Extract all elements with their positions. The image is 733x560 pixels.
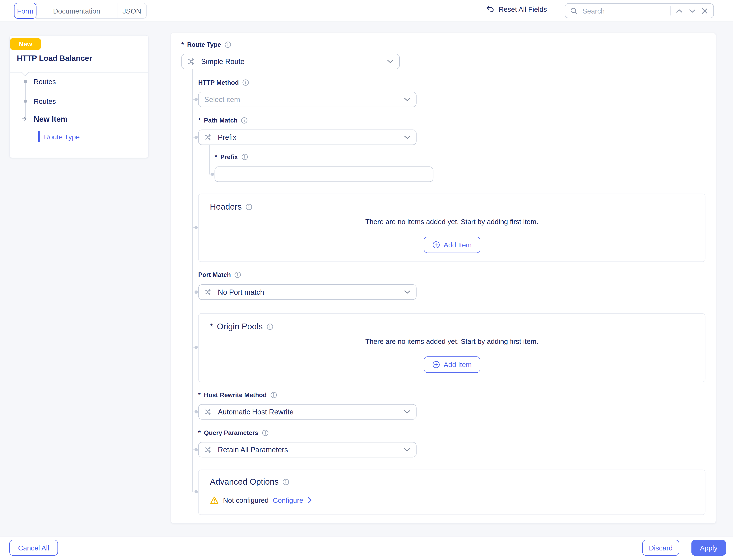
port-match-label-text: Port Match [198,271,231,278]
reset-all-fields-label: Reset All Fields [499,5,547,13]
prefix-label: * Prefix [215,153,248,160]
origin-pools-add-item-button[interactable]: Add Item [423,356,480,373]
search-input[interactable] [581,6,667,15]
route-type-label-text: Route Type [187,41,221,48]
page-title: HTTP Load Balancer [17,54,92,63]
chevron-down-icon [404,97,410,101]
port-match-label: Port Match [198,271,241,278]
headers-empty-text: There are no items added yet. Start by a… [199,218,705,226]
chevron-down-icon [404,135,410,139]
connector-dot [211,172,214,176]
route-icon [204,407,213,416]
connector-dot [194,345,198,349]
headers-title-text: Headers [210,202,242,212]
configure-link[interactable]: Configure [273,496,303,504]
chevron-down-icon [404,448,410,452]
headers-section: Headers There are no items added yet. St… [198,194,705,262]
tab-json[interactable]: JSON [117,3,147,19]
path-match-select[interactable]: Prefix [198,130,416,145]
query-parameters-label-text: Query Parameters [204,429,258,436]
query-parameters-select[interactable]: Retain All Parameters [198,442,416,458]
connector-line [192,69,193,492]
info-icon[interactable] [267,323,274,330]
add-item-label: Add Item [443,241,472,249]
top-bar: Form Documentation JSON Reset All Fields [0,0,733,22]
navigation-panel: New HTTP Load Balancer Routes Routes New… [9,35,149,158]
host-rewrite-label-text: Host Rewrite Method [204,392,267,399]
info-icon[interactable] [234,271,241,278]
info-icon[interactable] [242,79,249,86]
connector-dot [194,290,198,293]
prefix-input[interactable] [215,166,433,182]
page: Form Documentation JSON Reset All Fields [0,0,733,560]
host-rewrite-select[interactable]: Automatic Host Rewrite [198,404,416,420]
sidebar-item-routes-1[interactable]: Routes [34,78,56,86]
required-marker: * [198,117,201,124]
required-marker: * [182,41,184,48]
info-icon[interactable] [246,203,253,210]
http-method-label-text: HTTP Method [198,79,239,86]
connector-dot [194,410,198,413]
route-icon [204,288,213,297]
selected-item-indicator [38,131,40,142]
route-icon [204,445,213,454]
info-icon[interactable] [270,392,277,399]
query-parameters-label: * Query Parameters [198,429,269,436]
sidebar-item-route-type[interactable]: Route Type [44,133,80,141]
info-icon[interactable] [241,153,248,160]
origin-pools-empty-text: There are no items added yet. Start by a… [199,337,705,345]
http-method-placeholder: Select item [204,95,240,104]
undo-icon [485,5,494,14]
prefix-label-text: Prefix [220,153,238,160]
http-method-label: HTTP Method [198,79,249,86]
sidebar-item-new-item[interactable]: New Item [34,115,67,123]
host-rewrite-value: Automatic Host Rewrite [218,408,294,416]
plus-circle-icon [432,361,440,368]
chevron-right-icon[interactable] [308,497,312,503]
footer-bar: Cancel All Discard Apply [0,537,733,560]
route-type-label: * Route Type [182,41,231,48]
info-icon[interactable] [262,429,269,436]
close-icon[interactable] [701,8,709,14]
http-method-select[interactable]: Select item [198,92,416,107]
tab-form[interactable]: Form [14,3,37,19]
chevron-down-icon[interactable] [688,9,697,13]
info-icon[interactable] [283,478,290,485]
info-icon[interactable] [224,41,231,48]
tab-documentation[interactable]: Documentation [36,3,117,19]
route-type-select[interactable]: Simple Route [182,54,400,69]
advanced-options-title: Advanced Options [210,477,290,487]
search-icon [570,7,578,15]
new-badge: New [10,38,41,50]
collapse-caret-icon[interactable] [21,72,29,76]
sidebar-item-routes-2[interactable]: Routes [34,97,56,105]
chevron-up-icon[interactable] [675,9,684,13]
path-match-value: Prefix [218,133,236,141]
warning-icon [210,496,219,505]
required-marker: * [210,322,213,332]
path-match-label: * Path Match [198,117,248,124]
origin-pools-title-text: Origin Pools [217,322,263,332]
form-panel: * Route Type Simple Route HTTP Method [171,33,716,523]
path-match-label-text: Path Match [204,117,238,124]
tree-bullet-icon [24,80,27,83]
host-rewrite-label: * Host Rewrite Method [198,392,277,399]
port-match-select[interactable]: No Port match [198,284,416,300]
headers-add-item-button[interactable]: Add Item [423,237,480,253]
headers-title: Headers [210,202,253,212]
tree-bullet-icon [24,100,27,103]
advanced-options-title-text: Advanced Options [210,477,279,487]
apply-button[interactable]: Apply [691,540,726,556]
discard-button[interactable]: Discard [642,540,679,556]
chevron-down-icon [404,290,410,294]
footer-divider [148,537,148,560]
connector-dot [194,448,198,451]
reset-all-fields-button[interactable]: Reset All Fields [485,5,547,14]
arrow-right-icon [22,116,28,122]
search-box [565,3,714,18]
required-marker: * [198,429,201,436]
info-icon[interactable] [241,117,248,124]
cancel-all-button[interactable]: Cancel All [9,540,58,556]
route-icon [188,57,196,66]
required-marker: * [215,153,217,160]
